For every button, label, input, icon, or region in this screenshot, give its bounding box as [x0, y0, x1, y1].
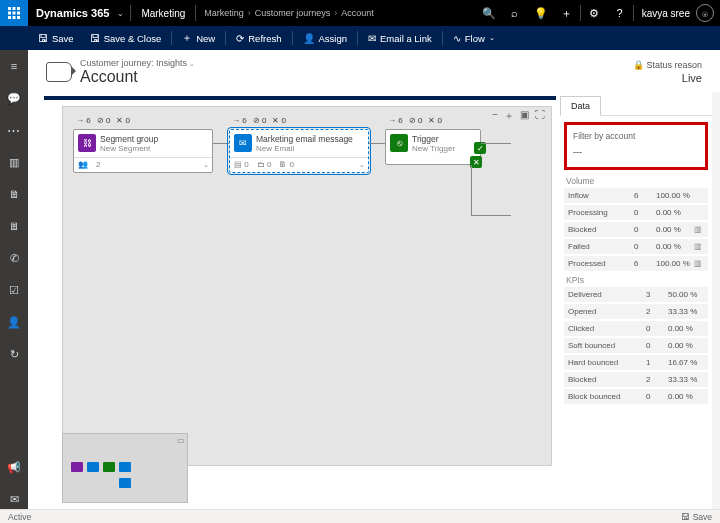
rail-menu-icon[interactable]: ≡: [0, 56, 28, 76]
metric-pct: 16.67 %: [668, 358, 704, 367]
save-close-button[interactable]: 🖫Save & Close: [82, 26, 170, 50]
filter-by-account[interactable]: Filter by account ---: [564, 122, 708, 170]
breadcrumb: Marketing› Customer journeys› Account: [196, 8, 382, 18]
rail-task-icon[interactable]: ☑: [0, 280, 28, 300]
journey-canvas[interactable]: − ＋ ▣ ⛶ → 6 ⊘ 0 ✕ 0: [62, 106, 552, 466]
brand-chevron-icon[interactable]: ⌄: [117, 9, 124, 18]
chart-icon[interactable]: ▥: [692, 259, 704, 268]
filter-value: ---: [573, 147, 699, 157]
save-close-icon: 🖫: [90, 33, 100, 44]
metric-row: Delivered350.00 %: [564, 287, 708, 302]
lock-icon: 🔒: [633, 60, 644, 70]
metric-pct: 0.00 %: [656, 225, 692, 234]
zoom-out-icon[interactable]: −: [492, 109, 498, 123]
metric-count: 0: [646, 341, 668, 350]
svg-rect-1: [13, 7, 16, 10]
chart-icon[interactable]: ▥: [692, 242, 704, 251]
zoom-in-icon[interactable]: ＋: [504, 109, 514, 123]
search-icon[interactable]: 🔍: [476, 7, 502, 20]
fit-icon[interactable]: ▣: [520, 109, 529, 123]
main-area: Customer journey: Insights⌄ Account 🔒Sta…: [28, 50, 720, 509]
svg-rect-3: [8, 12, 11, 15]
metric-row: Opened233.33 %: [564, 304, 708, 319]
crumb[interactable]: Customer journeys: [255, 8, 331, 18]
metric-pct: 50.00 %: [668, 290, 704, 299]
brand-name[interactable]: Dynamics 365: [28, 7, 117, 19]
task-icon[interactable]: ⌕: [502, 7, 528, 19]
metric-count: 0: [646, 392, 668, 401]
new-button[interactable]: ＋New: [174, 26, 223, 50]
rail-note-icon[interactable]: 🗏: [0, 216, 28, 236]
rail-phone-icon[interactable]: ✆: [0, 248, 28, 268]
email-link-button[interactable]: ✉Email a Link: [360, 26, 440, 50]
rail-chat-icon[interactable]: 💬: [0, 88, 28, 108]
settings-icon[interactable]: ⚙: [581, 7, 607, 20]
metric-row: Blocked233.33 %: [564, 372, 708, 387]
assistant-icon[interactable]: 💡: [528, 7, 554, 20]
metric-row: Blocked00.00 %▥: [564, 222, 708, 237]
assign-button[interactable]: 👤Assign: [295, 26, 356, 50]
flow-button[interactable]: ∿Flow⌄: [445, 26, 503, 50]
kpi-title: KPIs: [566, 275, 708, 285]
chevron-down-icon[interactable]: ⌄: [359, 161, 365, 169]
tile-subtitle: New Segment: [100, 144, 158, 153]
tile-email-message[interactable]: → 6 ⊘ 0 ✕ 0 ✉ Marketing email message Ne…: [229, 129, 369, 173]
tab-data[interactable]: Data: [560, 96, 601, 116]
rail-doc-icon[interactable]: 🗎: [0, 184, 28, 204]
metric-row: Block bounced00.00 %: [564, 389, 708, 404]
scrollbar[interactable]: [712, 92, 720, 509]
global-header: Dynamics 365 ⌄ Marketing Marketing› Cust…: [0, 0, 720, 26]
crumb[interactable]: Marketing: [204, 8, 244, 18]
rail-mail-icon[interactable]: ✉: [0, 489, 28, 509]
metric-pct: 100.00 %: [656, 259, 692, 268]
metric-pct: 0.00 %: [668, 392, 704, 401]
add-icon[interactable]: ＋: [554, 6, 580, 21]
tile-subtitle: New Email: [256, 144, 353, 153]
plus-icon: ＋: [182, 31, 192, 45]
crumb[interactable]: Account: [341, 8, 374, 18]
tile-segment-group[interactable]: → 6 ⊘ 0 ✕ 0 ⛓ Segment group New Segment: [73, 129, 213, 173]
expand-icon[interactable]: ▭: [177, 436, 185, 445]
app-launcher-icon[interactable]: [0, 0, 28, 26]
insights-panel: Data Filter by account --- Volume Inflow…: [560, 96, 712, 509]
megaphone-icon: [46, 62, 72, 82]
metric-count: 0: [634, 208, 656, 217]
chevron-down-icon[interactable]: ⌄: [203, 161, 209, 169]
people-icon: 👥: [78, 160, 88, 169]
trigger-icon: ⎋: [390, 134, 408, 152]
rail-chart-icon[interactable]: ▥: [0, 152, 28, 172]
metric-count: 2: [646, 307, 668, 316]
metric-row: Hard bounced116.67 %: [564, 355, 708, 370]
rail-contact-icon[interactable]: 👤: [0, 312, 28, 332]
tile-stats: → 6 ⊘ 0 ✕ 0: [232, 116, 286, 125]
connector: [369, 143, 385, 144]
view-selector[interactable]: Customer journey: Insights⌄: [80, 58, 195, 68]
refresh-button[interactable]: ⟳Refresh: [228, 26, 289, 50]
minimap[interactable]: ▭: [62, 433, 188, 503]
chart-icon[interactable]: ▥: [692, 225, 704, 234]
user-name[interactable]: kavya sree: [634, 8, 696, 19]
svg-rect-5: [17, 12, 20, 15]
rail-sync-icon[interactable]: ↻: [0, 344, 28, 364]
metric-label: Soft bounced: [568, 341, 646, 350]
email-icon: ✉: [234, 134, 252, 152]
status-save[interactable]: 🖫 Save: [681, 512, 712, 522]
tile-trigger[interactable]: → 6 ⊘ 0 ✕ 0 ⎋ Trigger New Trigger: [385, 129, 481, 165]
fullscreen-icon[interactable]: ⛶: [535, 109, 545, 123]
user-avatar-icon[interactable]: ⍟: [696, 4, 714, 22]
panel-tabs: Data: [560, 96, 712, 116]
tile-title: Segment group: [100, 134, 158, 144]
help-icon[interactable]: ?: [607, 7, 633, 19]
tile-footer: ▤ 0 🗀 0 🗎 0 ⌄: [230, 157, 368, 171]
metric-count: 0: [634, 225, 656, 234]
tile-title: Marketing email message: [256, 134, 353, 144]
metric-label: Delivered: [568, 290, 646, 299]
save-button[interactable]: 🖫Save: [30, 26, 82, 50]
metric-count: 1: [646, 358, 668, 367]
area-name[interactable]: Marketing: [131, 8, 195, 19]
status-value: Live: [633, 72, 702, 84]
metric-label: Opened: [568, 307, 646, 316]
rail-more-icon[interactable]: ⋯: [0, 120, 28, 140]
app-shell: ≡ 💬 ⋯ ▥ 🗎 🗏 ✆ ☑ 👤 ↻ 📢 ✉ Customer journey…: [0, 50, 720, 509]
rail-announce-icon[interactable]: 📢: [0, 457, 28, 477]
